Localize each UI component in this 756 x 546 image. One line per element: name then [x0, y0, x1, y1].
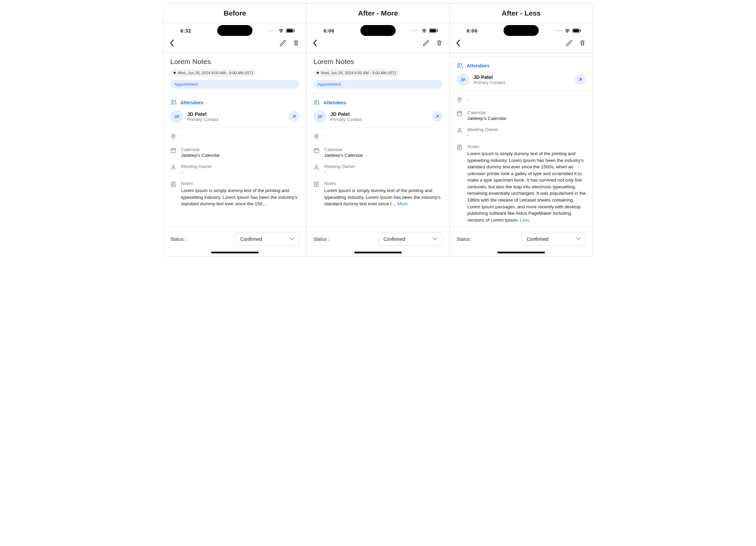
notes-value: Lorem Ipsum is simply dummy text of the …	[181, 187, 299, 207]
chevron-down-icon	[576, 236, 581, 242]
battery-icon	[572, 28, 581, 33]
svg-point-5	[172, 165, 174, 167]
more-link[interactable]: More	[397, 201, 408, 206]
svg-rect-11	[314, 149, 319, 153]
svg-rect-8	[430, 29, 436, 32]
cellular-dots-icon	[555, 30, 562, 31]
arrow-up-right-icon	[291, 114, 297, 119]
delete-button[interactable]	[436, 39, 443, 48]
nav-bar	[307, 36, 449, 52]
status-bar: 6:06	[450, 23, 593, 36]
person-icon	[457, 127, 463, 135]
nav-bar	[450, 36, 593, 52]
person-icon	[170, 164, 176, 172]
location-field: -	[457, 93, 586, 107]
notes-field: Notes Lorem Ipsum is simply dummy text o…	[170, 178, 299, 210]
chevron-down-icon	[433, 236, 438, 242]
phone-frame: 6:06 Lorem Notes Wed, Jun 2	[307, 23, 449, 256]
home-indicator	[211, 252, 259, 253]
attendee-avatar: JP	[313, 110, 326, 123]
back-button[interactable]	[167, 38, 177, 49]
owner-field: Meeting Owner -	[457, 124, 586, 141]
panel-header: After - Less	[450, 4, 593, 23]
attendee-name: JD Patel	[187, 111, 219, 117]
back-button[interactable]	[310, 38, 320, 49]
status-select[interactable]: Confirmed	[235, 233, 299, 246]
less-link[interactable]: Less	[520, 217, 530, 223]
owner-value: -	[467, 133, 586, 138]
panel-before: Before 6:32	[163, 4, 307, 256]
calendar-field: Calendar Jaldeep's Calendar	[170, 144, 299, 161]
owner-label: Meeting Owner	[324, 164, 443, 169]
owner-label: Meeting Owner	[467, 127, 586, 132]
calendar-field: Calendar Jaldeep's Calendar	[457, 107, 586, 124]
svg-rect-2	[294, 30, 294, 32]
svg-point-17	[459, 99, 460, 100]
location-value: -	[324, 133, 443, 138]
notes-label: Notes	[181, 181, 299, 186]
attendees-section-header: Attendees	[457, 62, 586, 69]
open-attendee-button[interactable]	[289, 111, 299, 122]
attendee-row[interactable]: JP JD Patel Primary Contact	[457, 73, 586, 86]
dynamic-island	[360, 25, 396, 36]
edit-button[interactable]	[422, 39, 430, 48]
status-footer: Status : Confirmed	[307, 226, 449, 246]
wifi-icon	[421, 29, 427, 33]
status-select[interactable]: Confirmed	[378, 233, 443, 246]
notes-icon	[457, 144, 463, 152]
attendee-row[interactable]: JP JD Patel Primary Contact	[313, 110, 443, 123]
edit-button[interactable]	[279, 39, 287, 48]
attendee-name: JD Patel	[330, 111, 362, 117]
open-attendee-button[interactable]	[575, 74, 586, 85]
status-indicators	[555, 28, 581, 33]
edit-button[interactable]	[565, 39, 573, 48]
open-attendee-button[interactable]	[432, 111, 443, 122]
notes-field: Notes Lorem Ipsum is simply dummy text o…	[313, 178, 443, 210]
owner-value: -	[181, 170, 299, 175]
calendar-value: Jaldeep's Calendar	[181, 153, 299, 158]
calendar-field: Calendar Jaldeep's Calendar	[313, 144, 443, 161]
svg-rect-18	[457, 112, 462, 116]
svg-rect-15	[573, 29, 579, 32]
status-footer: Status : Confirmed	[450, 226, 593, 246]
attendee-row[interactable]: JP JD Patel Primary Contact	[170, 110, 299, 123]
svg-point-3	[173, 135, 174, 137]
svg-rect-4	[171, 149, 176, 153]
dynamic-island	[504, 25, 539, 36]
status-value: Confirmed	[527, 236, 549, 242]
attendees-section-header: Attendees	[170, 99, 299, 106]
arrow-up-right-icon	[578, 77, 583, 82]
status-select[interactable]: Confirmed	[521, 233, 586, 246]
person-icon	[313, 164, 319, 172]
battery-icon	[286, 28, 295, 33]
svg-point-12	[315, 165, 317, 167]
location-value: -	[181, 133, 299, 138]
arrow-up-right-icon	[435, 114, 440, 119]
notes-icon	[170, 181, 176, 189]
notes-icon	[313, 181, 319, 189]
attendees-icon	[457, 62, 463, 69]
calendar-icon	[457, 110, 463, 118]
calendar-label: Calendar	[467, 110, 586, 115]
delete-button[interactable]	[579, 39, 586, 48]
location-value: -	[467, 96, 586, 101]
location-field: -	[170, 130, 299, 144]
back-button[interactable]	[453, 38, 463, 49]
clock-time: 6:06	[324, 28, 334, 34]
attendees-label: Attendees	[324, 100, 347, 105]
status-bar: 6:06	[307, 23, 449, 36]
delete-button[interactable]	[293, 39, 299, 48]
calendar-value: Jaldeep's Calendar	[324, 153, 443, 158]
location-pin-icon	[313, 133, 319, 141]
location-pin-icon	[170, 133, 176, 141]
svg-rect-16	[580, 30, 581, 32]
chevron-down-icon	[290, 236, 294, 242]
attendee-avatar: JP	[170, 110, 183, 123]
event-content: Lorem Notes Wed, Jun 26, 2024 8:00 AM - …	[307, 53, 449, 226]
notes-field: Notes Lorem Ipsum is simply dummy text o…	[457, 141, 586, 226]
notes-value: Lorem Ipsum is simply dummy text of the …	[324, 187, 443, 207]
status-value: Confirmed	[383, 236, 405, 242]
status-label: Status :	[457, 236, 472, 242]
event-datetime-chip: Wed, Jun 26, 2024 8:00 AM - 9:00 AM (IST…	[170, 69, 257, 77]
panel-after-more: After - More 6:06 Lorem N	[307, 4, 450, 256]
